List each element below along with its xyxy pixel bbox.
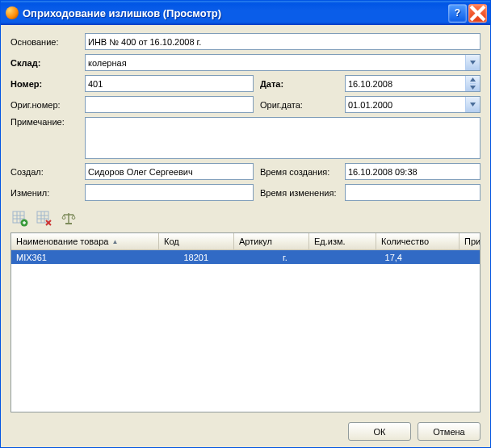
help-button[interactable]: ? <box>448 4 467 23</box>
modified-by-input[interactable] <box>85 184 254 201</box>
warehouse-input[interactable] <box>86 55 465 70</box>
dialog-buttons: ОК Отмена <box>10 412 481 441</box>
label-created-by: Создал: <box>10 167 85 177</box>
cell-name: MIX361 <box>11 252 149 263</box>
delete-row-button[interactable] <box>35 210 54 228</box>
label-basis: Основание: <box>10 37 85 47</box>
spinner-buttons[interactable] <box>465 76 480 91</box>
cell-note <box>407 257 480 258</box>
cancel-button[interactable]: Отмена <box>418 422 481 441</box>
app-icon <box>6 6 19 19</box>
cell-code: 18201 <box>149 252 213 263</box>
column-unit[interactable]: Ед.изм. <box>309 233 376 249</box>
basis-input[interactable] <box>85 33 481 50</box>
svg-marker-2 <box>470 61 476 65</box>
orig-date-input[interactable] <box>346 97 465 112</box>
window-title: Оприходование излишков (Просмотр) <box>23 7 447 19</box>
grid-body: MIX361 18201 г. 17,4 <box>11 250 480 412</box>
grid-header: Наименование товара▲ Код Артикул Ед.изм.… <box>11 233 480 250</box>
label-modified-at: Время изменения: <box>260 188 345 198</box>
sort-asc-icon: ▲ <box>111 238 118 245</box>
svg-line-23 <box>62 215 64 218</box>
toolbar <box>10 210 481 228</box>
table-row[interactable]: MIX361 18201 г. 17,4 <box>11 250 480 264</box>
client-area: Основание: Склад: Номер: Дата: <box>1 25 490 447</box>
cell-unit: г. <box>278 252 334 263</box>
cell-article <box>213 257 278 258</box>
column-name[interactable]: Наименование товара▲ <box>11 233 159 249</box>
warehouse-combo[interactable] <box>85 54 481 71</box>
modified-at-input[interactable] <box>345 184 481 201</box>
ok-button[interactable]: ОК <box>348 422 411 441</box>
label-orig-date: Ориг.дата: <box>260 100 345 110</box>
column-code[interactable]: Код <box>159 233 234 249</box>
orig-number-input[interactable] <box>85 96 254 113</box>
date-spinner[interactable] <box>345 75 481 92</box>
column-qty[interactable]: Количество <box>376 233 460 249</box>
close-button[interactable] <box>468 4 487 23</box>
column-article[interactable]: Артикул <box>234 233 309 249</box>
cell-qty: 17,4 <box>334 252 407 263</box>
items-grid[interactable]: Наименование товара▲ Код Артикул Ед.изм.… <box>10 232 481 412</box>
chevron-down-icon[interactable] <box>465 97 480 112</box>
label-modified-by: Изменил: <box>10 188 85 198</box>
column-note[interactable]: Примечание <box>460 233 480 249</box>
orig-date-combo[interactable] <box>345 96 481 113</box>
svg-rect-27 <box>65 223 72 224</box>
svg-marker-5 <box>470 103 476 107</box>
note-textarea[interactable] <box>85 117 481 159</box>
svg-line-26 <box>73 215 75 218</box>
label-created-at: Время создания: <box>260 167 345 177</box>
created-by-input[interactable] <box>85 163 254 180</box>
date-input[interactable] <box>346 76 465 91</box>
label-warehouse: Склад: <box>10 58 85 68</box>
number-input[interactable] <box>85 75 254 92</box>
titlebar: Оприходование излишков (Просмотр) ? <box>1 1 490 25</box>
window: Оприходование излишков (Просмотр) ? Осно… <box>0 0 491 448</box>
svg-marker-4 <box>470 86 476 90</box>
label-note: Примечание: <box>10 117 85 127</box>
label-number: Номер: <box>10 79 85 89</box>
label-orig-number: Ориг.номер: <box>10 100 85 110</box>
balance-button[interactable] <box>59 210 78 228</box>
chevron-down-icon[interactable] <box>465 55 480 70</box>
add-row-button[interactable] <box>10 210 30 228</box>
svg-marker-3 <box>470 77 476 82</box>
label-date: Дата: <box>260 79 345 89</box>
created-at-input[interactable] <box>345 163 481 180</box>
